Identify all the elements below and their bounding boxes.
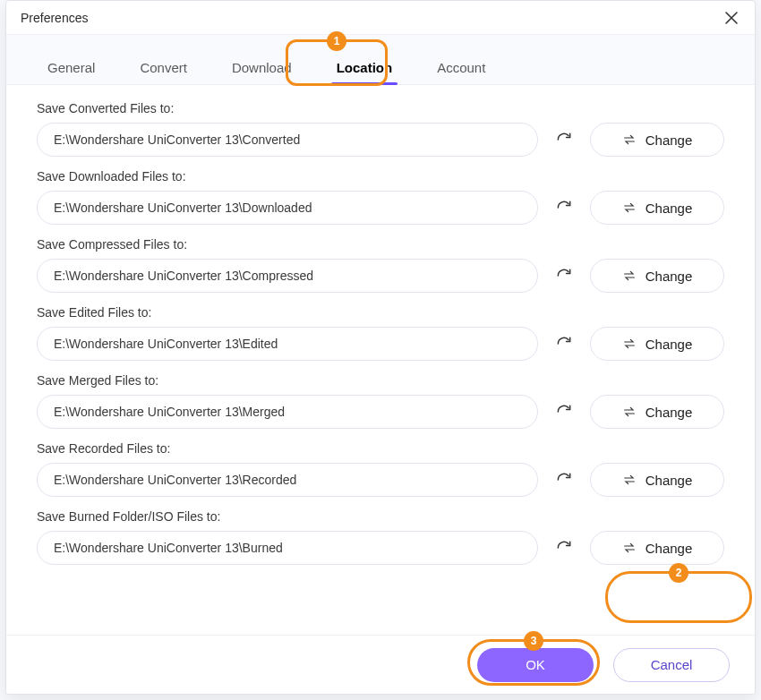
change-label: Change	[646, 541, 693, 556]
open-folder-burned[interactable]	[554, 538, 574, 558]
label-compressed: Save Compressed Files to:	[37, 237, 724, 252]
open-folder-compressed[interactable]	[554, 266, 574, 286]
tab-general[interactable]: General	[42, 49, 100, 84]
change-button-downloaded[interactable]: Change	[590, 191, 724, 225]
refresh-icon	[555, 471, 573, 489]
path-input-merged[interactable]	[37, 395, 538, 429]
field-converted: Save Converted Files to: Change	[37, 101, 724, 157]
field-compressed: Save Compressed Files to: Change	[37, 237, 724, 293]
change-label: Change	[646, 405, 693, 420]
field-recorded: Save Recorded Files to: Change	[37, 441, 724, 497]
tab-bar: General Convert Download Location Accoun…	[6, 35, 755, 85]
refresh-icon	[555, 335, 573, 353]
open-folder-recorded[interactable]	[554, 470, 574, 490]
cancel-button[interactable]: Cancel	[613, 648, 730, 682]
path-input-downloaded[interactable]	[37, 191, 538, 225]
open-folder-downloaded[interactable]	[554, 198, 574, 218]
change-label: Change	[646, 269, 693, 284]
refresh-icon	[555, 131, 573, 149]
field-downloaded: Save Downloaded Files to: Change	[37, 169, 724, 225]
swap-icon	[622, 541, 637, 555]
change-button-merged[interactable]: Change	[590, 395, 724, 429]
change-label: Change	[646, 201, 693, 216]
path-input-burned[interactable]	[37, 531, 538, 565]
field-merged: Save Merged Files to: Change	[37, 373, 724, 429]
change-button-edited[interactable]: Change	[590, 327, 724, 361]
tab-location[interactable]: Location	[331, 49, 398, 84]
window-title: Preferences	[21, 11, 88, 25]
tab-account[interactable]: Account	[432, 49, 491, 84]
refresh-icon	[555, 539, 573, 557]
preferences-dialog: Preferences General Convert Download Loc…	[5, 0, 756, 695]
swap-icon	[622, 201, 637, 215]
label-edited: Save Edited Files to:	[37, 305, 724, 320]
refresh-icon	[555, 199, 573, 217]
swap-icon	[622, 269, 637, 283]
change-button-converted[interactable]: Change	[590, 123, 724, 157]
dialog-footer: OK Cancel	[6, 635, 755, 694]
change-label: Change	[646, 473, 693, 488]
open-folder-edited[interactable]	[554, 334, 574, 354]
path-input-recorded[interactable]	[37, 463, 538, 497]
change-label: Change	[646, 337, 693, 352]
field-edited: Save Edited Files to: Change	[37, 305, 724, 361]
close-icon	[724, 11, 739, 25]
change-button-burned[interactable]: Change	[590, 531, 724, 565]
swap-icon	[622, 132, 637, 147]
open-folder-converted[interactable]	[554, 130, 574, 149]
tab-download[interactable]: Download	[227, 49, 297, 84]
title-bar: Preferences	[6, 1, 755, 35]
tab-convert[interactable]: Convert	[134, 49, 192, 84]
path-input-edited[interactable]	[37, 327, 538, 361]
swap-icon	[622, 337, 637, 351]
swap-icon	[622, 473, 637, 487]
label-recorded: Save Recorded Files to:	[37, 441, 724, 456]
path-input-converted[interactable]	[37, 123, 538, 157]
label-merged: Save Merged Files to:	[37, 373, 724, 388]
label-downloaded: Save Downloaded Files to:	[37, 169, 724, 184]
label-converted: Save Converted Files to:	[37, 101, 724, 115]
change-label: Change	[646, 132, 693, 148]
field-burned: Save Burned Folder/ISO Files to: Change	[37, 509, 724, 565]
content-area: Save Converted Files to: Change Save Dow…	[6, 85, 755, 565]
ok-button[interactable]: OK	[477, 648, 594, 682]
swap-icon	[622, 405, 637, 419]
change-button-compressed[interactable]: Change	[590, 259, 724, 293]
close-button[interactable]	[723, 9, 740, 27]
change-button-recorded[interactable]: Change	[590, 463, 724, 497]
refresh-icon	[555, 403, 573, 421]
open-folder-merged[interactable]	[554, 402, 574, 422]
label-burned: Save Burned Folder/ISO Files to:	[37, 509, 724, 524]
path-input-compressed[interactable]	[37, 259, 538, 293]
refresh-icon	[555, 267, 573, 285]
